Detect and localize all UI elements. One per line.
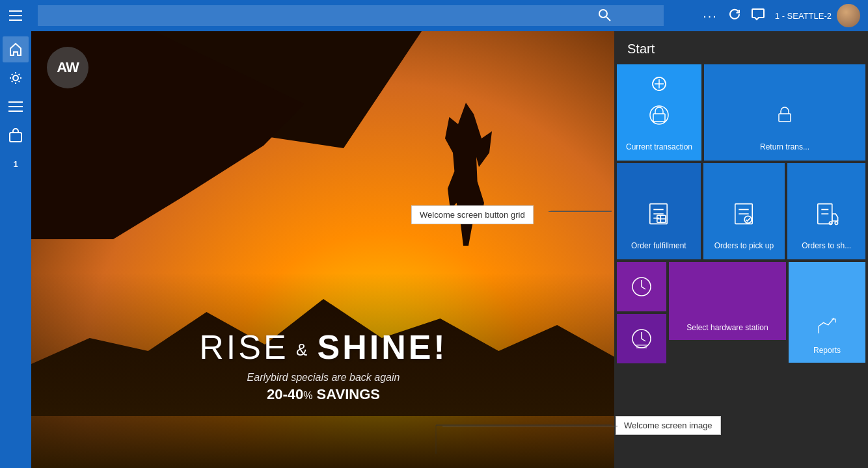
- top-bar-actions: ···: [703, 8, 765, 24]
- svg-rect-7: [8, 106, 23, 107]
- annotation-line-2: [442, 426, 615, 426]
- orders-to-pick-up-tile[interactable]: Orders to pick up: [703, 163, 785, 259]
- annotation-arrow-tip: [611, 426, 617, 426]
- welcome-text: RISE & SHINE! Earlybird specials are bac…: [31, 328, 616, 403]
- order-fulfillment-label: Order fulfillment: [629, 241, 689, 252]
- reports-icon: [814, 312, 840, 341]
- svg-rect-6: [8, 101, 23, 103]
- avatar[interactable]: [837, 4, 860, 27]
- orders-pickup-icon: [729, 200, 758, 231]
- sidebar-item-number[interactable]: 1: [3, 151, 29, 177]
- refresh-icon[interactable]: [728, 8, 741, 24]
- select-hardware-label: Select hardware station: [686, 323, 768, 332]
- user-label: 1 - SEATTLE-2: [775, 11, 832, 21]
- tiles-container: Current transaction Return trans...: [614, 64, 868, 363]
- welcome-savings: 20-40% SAVINGS: [31, 386, 616, 403]
- orders-to-ship-tile[interactable]: Orders to sh...: [787, 163, 865, 259]
- tiles-row1: Current transaction Return trans...: [617, 64, 865, 161]
- aw-logo: AW: [47, 47, 88, 88]
- button-grid-annotation: Welcome screen button grid: [411, 205, 534, 224]
- chat-icon[interactable]: [752, 8, 765, 24]
- welcome-subtitle: Earlybird specials are back again: [31, 372, 616, 384]
- sidebar-item-bag[interactable]: [3, 122, 29, 148]
- svg-rect-14: [779, 114, 791, 122]
- right-panel: Start Current trans: [614, 31, 868, 468]
- svg-rect-13: [653, 114, 665, 122]
- welcome-image-annotation: Welcome screen image: [616, 416, 721, 435]
- orders-ship-icon: [812, 200, 841, 231]
- clock-out-tile[interactable]: [617, 314, 666, 363]
- clock-tiles: [617, 262, 666, 363]
- more-icon[interactable]: ···: [703, 8, 718, 23]
- order-fulfillment-icon: [644, 200, 673, 231]
- svg-line-4: [606, 17, 610, 21]
- current-transaction-icon: [645, 101, 673, 132]
- sidebar-item-products[interactable]: [3, 65, 29, 91]
- sidebar-item-home[interactable]: [3, 36, 29, 62]
- orders-to-pick-up-label: Orders to pick up: [712, 241, 776, 252]
- svg-rect-8: [8, 110, 23, 112]
- user-info: 1 - SEATTLE-2: [775, 4, 860, 27]
- bag-icon: [645, 72, 673, 101]
- svg-point-21: [835, 222, 837, 225]
- orders-to-ship-label: Orders to sh...: [799, 241, 854, 252]
- welcome-area: AW RISE & SHINE! Earlybird specials are …: [31, 31, 616, 468]
- hamburger-menu[interactable]: [0, 0, 31, 31]
- sidebar: 1: [0, 31, 31, 468]
- return-transaction-tile[interactable]: Return trans...: [704, 64, 865, 161]
- current-transaction-label: Current transaction: [623, 142, 695, 153]
- select-hardware-tile[interactable]: Select hardware station: [669, 262, 786, 340]
- start-label: Start: [614, 31, 868, 64]
- return-transaction-icon: [770, 101, 799, 132]
- search-input[interactable]: [38, 5, 664, 26]
- svg-point-3: [599, 10, 607, 18]
- reports-label: Reports: [813, 346, 841, 355]
- annotation-line-1: [549, 211, 611, 212]
- reports-tile[interactable]: Reports: [789, 262, 865, 363]
- return-transaction-label: Return trans...: [757, 142, 812, 153]
- sidebar-item-menu[interactable]: [3, 94, 29, 120]
- svg-rect-2: [9, 20, 22, 21]
- order-fulfillment-tile[interactable]: Order fulfillment: [617, 163, 701, 259]
- tiles-row2: Order fulfillment Orders to pick up: [617, 163, 865, 259]
- clock-in-tile[interactable]: [617, 262, 666, 311]
- tiles-row3: Select hardware station Reports: [617, 262, 865, 363]
- svg-rect-0: [9, 10, 22, 12]
- welcome-title: RISE & SHINE!: [31, 328, 616, 367]
- svg-point-20: [830, 222, 832, 225]
- current-transaction-tile[interactable]: Current transaction: [617, 64, 701, 161]
- svg-rect-9: [10, 133, 21, 142]
- top-bar: ··· 1 - SEATTLE-2: [0, 0, 868, 31]
- svg-point-5: [13, 75, 18, 81]
- search-icon[interactable]: [598, 8, 611, 25]
- svg-rect-1: [9, 15, 22, 16]
